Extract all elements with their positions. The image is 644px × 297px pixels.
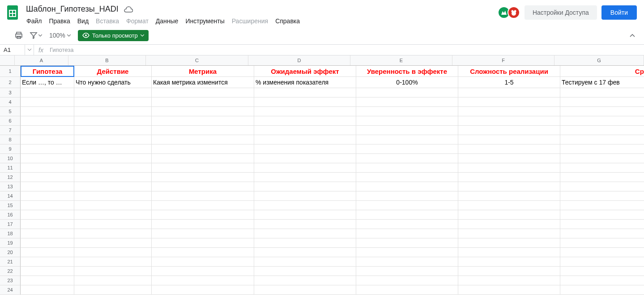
cell[interactable]: [74, 107, 152, 116]
cell[interactable]: [74, 173, 152, 182]
cell[interactable]: [21, 154, 74, 163]
row-header[interactable]: 7: [0, 126, 21, 135]
row-header[interactable]: 1: [0, 66, 21, 77]
cell[interactable]: [74, 144, 152, 154]
cell[interactable]: [152, 126, 254, 135]
cell[interactable]: [560, 88, 644, 98]
cell[interactable]: [458, 267, 560, 276]
cell[interactable]: [152, 191, 254, 201]
row-header[interactable]: 13: [0, 182, 21, 191]
cell[interactable]: [560, 163, 644, 173]
row-header[interactable]: 20: [0, 248, 21, 257]
cell[interactable]: [152, 201, 254, 210]
cell[interactable]: [458, 238, 560, 248]
cell-a1[interactable]: Гипотеза: [21, 66, 74, 77]
cell[interactable]: [356, 267, 458, 276]
cell[interactable]: [74, 88, 152, 98]
view-only-badge[interactable]: Только просмотр: [78, 30, 149, 41]
col-header[interactable]: G: [554, 55, 644, 65]
cell[interactable]: [356, 154, 458, 163]
cell[interactable]: [152, 267, 254, 276]
cell[interactable]: [21, 238, 74, 248]
row-header[interactable]: 5: [0, 107, 21, 116]
cell[interactable]: [74, 98, 152, 107]
row-header[interactable]: 24: [0, 285, 21, 295]
row-header[interactable]: 19: [0, 238, 21, 248]
cell[interactable]: [74, 267, 152, 276]
cell[interactable]: [356, 163, 458, 173]
filter-icon[interactable]: [30, 29, 42, 42]
login-button[interactable]: Войти: [601, 5, 637, 20]
cell[interactable]: [74, 182, 152, 191]
cell[interactable]: [560, 173, 644, 182]
cell-c1[interactable]: Метрика: [152, 66, 254, 77]
avatar-anonymous-2[interactable]: [508, 6, 520, 19]
cell[interactable]: [356, 182, 458, 191]
cell[interactable]: [74, 135, 152, 144]
menu-help[interactable]: Справка: [272, 16, 303, 26]
cell[interactable]: [21, 182, 74, 191]
cell[interactable]: [356, 229, 458, 238]
col-header[interactable]: F: [452, 55, 554, 65]
cell[interactable]: [21, 210, 74, 220]
cell-c2[interactable]: Какая метрика изменится: [152, 77, 254, 88]
cell[interactable]: [74, 220, 152, 229]
cell-d1[interactable]: Ожидаемый эффект: [254, 66, 356, 77]
cell[interactable]: [560, 285, 644, 295]
cell[interactable]: [356, 126, 458, 135]
cell[interactable]: [560, 229, 644, 238]
cell[interactable]: [152, 276, 254, 285]
cell[interactable]: [356, 257, 458, 267]
cell-a2[interactable]: Если …, то …: [21, 77, 74, 88]
formula-content[interactable]: Гипотеза: [48, 47, 76, 53]
cell-g1[interactable]: Сро: [560, 66, 644, 77]
cell[interactable]: [356, 144, 458, 154]
cell[interactable]: [458, 154, 560, 163]
cell[interactable]: [74, 116, 152, 126]
cell[interactable]: [74, 248, 152, 257]
cell[interactable]: [458, 173, 560, 182]
cell[interactable]: [152, 135, 254, 144]
cell[interactable]: [74, 210, 152, 220]
cell[interactable]: [152, 107, 254, 116]
cell[interactable]: [356, 88, 458, 98]
row-header[interactable]: 17: [0, 220, 21, 229]
menu-tools[interactable]: Инструменты: [182, 16, 227, 26]
cell[interactable]: [21, 191, 74, 201]
col-header[interactable]: D: [248, 55, 350, 65]
cell[interactable]: [560, 182, 644, 191]
cell[interactable]: [254, 135, 356, 144]
select-all-corner[interactable]: [0, 55, 15, 66]
cell[interactable]: [560, 201, 644, 210]
cell[interactable]: [356, 248, 458, 257]
cell[interactable]: [356, 107, 458, 116]
cloud-saved-icon[interactable]: [124, 6, 133, 13]
cell[interactable]: [152, 98, 254, 107]
cell[interactable]: [254, 163, 356, 173]
row-header[interactable]: 11: [0, 163, 21, 173]
cell[interactable]: [356, 173, 458, 182]
cell-g2[interactable]: Тестируем с 17 фев: [560, 77, 644, 88]
cell[interactable]: [356, 191, 458, 201]
cell[interactable]: [458, 248, 560, 257]
cell[interactable]: [356, 238, 458, 248]
cell[interactable]: [560, 248, 644, 257]
cell[interactable]: [254, 173, 356, 182]
cell[interactable]: [356, 135, 458, 144]
cell[interactable]: [458, 98, 560, 107]
cell[interactable]: [152, 182, 254, 191]
cell[interactable]: [458, 126, 560, 135]
row-header[interactable]: 14: [0, 191, 21, 201]
cell[interactable]: [254, 220, 356, 229]
cell[interactable]: [254, 182, 356, 191]
cell[interactable]: [21, 173, 74, 182]
cell[interactable]: [254, 229, 356, 238]
menu-data[interactable]: Данные: [153, 16, 182, 26]
row-header[interactable]: 15: [0, 201, 21, 210]
name-box[interactable]: A1: [0, 45, 25, 55]
cell[interactable]: [458, 88, 560, 98]
menu-file[interactable]: Файл: [23, 16, 45, 26]
cell[interactable]: [254, 191, 356, 201]
cell[interactable]: [152, 257, 254, 267]
cell[interactable]: [74, 163, 152, 173]
